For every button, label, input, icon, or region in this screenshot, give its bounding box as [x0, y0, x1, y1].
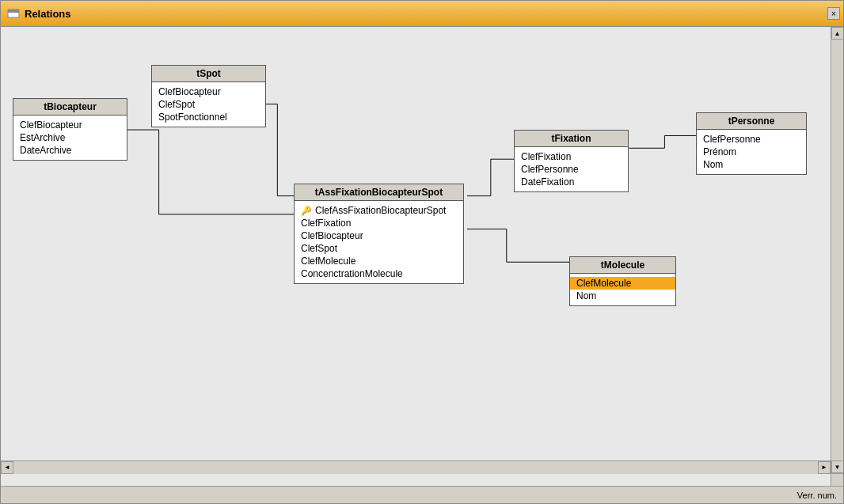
scroll-down-button[interactable]: ▼: [831, 460, 844, 473]
scrollbar-corner: [831, 473, 843, 486]
field-label: ClefPersonne: [521, 164, 579, 175]
main-window: Relations ×: [0, 0, 844, 504]
table-body-tspot: ClefBiocapteur ClefSpot SpotFonctionnel: [152, 82, 265, 127]
window-icon: [7, 7, 20, 20]
field-label: Nom: [703, 159, 723, 170]
svg-rect-1: [8, 9, 19, 13]
table-row: ClefBiocapteur: [158, 85, 259, 98]
table-tbiocapteur: tBiocapteur ClefBiocapteur EstArchive Da…: [13, 98, 127, 161]
field-label: ClefFixation: [301, 218, 351, 229]
table-row: ClefSpot: [301, 242, 457, 255]
field-label: ConcenctrationMolecule: [301, 268, 403, 279]
field-label: ClefPersonne: [703, 134, 761, 145]
table-row: ClefBiocapteur: [301, 229, 457, 242]
scroll-right-button[interactable]: ►: [818, 461, 831, 474]
table-row: ClefSpot: [158, 98, 259, 111]
table-row: DateFixation: [521, 176, 622, 188]
field-label: ClefMolecule: [576, 278, 631, 289]
table-row: ClefPersonne: [521, 163, 622, 176]
status-bar: Verr. num.: [1, 486, 843, 503]
scroll-left-button[interactable]: ◄: [1, 461, 13, 474]
field-label: ClefSpot: [301, 243, 337, 254]
table-row: ClefBiocapteur: [20, 119, 120, 131]
table-body-tpersonne: ClefPersonne Prénom Nom: [697, 130, 806, 174]
table-row: ClefFixation: [521, 150, 622, 163]
table-row: Nom: [703, 158, 800, 171]
table-tmolecule: tMolecule ClefMolecule Nom: [569, 256, 676, 306]
field-label: ClefBiocapteur: [20, 119, 82, 131]
table-row: ClefMolecule: [301, 255, 457, 267]
table-body-tbiocapteur: ClefBiocapteur EstArchive DateArchive: [13, 116, 127, 160]
field-label: ClefBiocapteur: [158, 86, 221, 97]
field-label: ClefAssFixationBiocapteurSpot: [315, 205, 446, 216]
field-label: ClefFixation: [521, 151, 571, 162]
table-header-tfixation: tFixation: [515, 131, 628, 147]
field-label: ClefMolecule: [301, 256, 355, 267]
table-row: DateArchive: [20, 144, 120, 157]
key-icon: 🔑: [301, 206, 312, 216]
table-header-tass: tAssFixationBiocapteurSpot: [295, 184, 463, 201]
table-row: EstArchive: [20, 131, 120, 144]
window-title: Relations: [25, 8, 71, 20]
table-body-tmolecule: ClefMolecule Nom: [570, 274, 675, 305]
scrollbar-horizontal: ◄ ►: [1, 460, 831, 473]
close-button[interactable]: ×: [827, 7, 840, 20]
table-header-tspot: tSpot: [152, 66, 265, 82]
table-row: Nom: [576, 290, 669, 302]
table-row: ConcenctrationMolecule: [301, 267, 457, 280]
table-header-tmolecule: tMolecule: [570, 257, 675, 274]
field-label: Nom: [576, 290, 596, 301]
scrollbar-vertical: ▲ ▼: [831, 27, 843, 473]
field-label: EstArchive: [20, 132, 65, 143]
table-row: SpotFonctionnel: [158, 111, 259, 123]
field-label: DateFixation: [521, 176, 574, 188]
table-tpersonne: tPersonne ClefPersonne Prénom Nom: [696, 112, 807, 175]
table-tass: tAssFixationBiocapteurSpot 🔑 ClefAssFixa…: [294, 184, 464, 284]
field-label: Prénom: [703, 146, 736, 157]
table-body-tfixation: ClefFixation ClefPersonne DateFixation: [515, 147, 628, 191]
field-label: ClefSpot: [158, 99, 195, 110]
table-body-tass: 🔑 ClefAssFixationBiocapteurSpot ClefFixa…: [295, 201, 463, 283]
table-row: ClefFixation: [301, 217, 457, 229]
table-header-tbiocapteur: tBiocapteur: [13, 99, 127, 116]
table-row: 🔑 ClefAssFixationBiocapteurSpot: [301, 204, 457, 217]
status-text: Verr. num.: [797, 491, 837, 500]
scroll-up-icon: ▲: [834, 30, 841, 37]
scroll-down-icon: ▼: [834, 464, 841, 471]
field-label: DateArchive: [20, 145, 71, 156]
table-tfixation: tFixation ClefFixation ClefPersonne Date…: [514, 130, 629, 192]
table-row-highlighted: ClefMolecule: [570, 277, 675, 290]
field-label: SpotFonctionnel: [158, 112, 227, 123]
diagram-content-area: tBiocapteur ClefBiocapteur EstArchive Da…: [1, 27, 843, 486]
field-label: ClefBiocapteur: [301, 230, 363, 241]
scroll-up-button[interactable]: ▲: [831, 27, 844, 40]
title-bar: Relations ×: [1, 1, 843, 27]
scroll-horizontal-track[interactable]: [13, 461, 818, 474]
scroll-vertical-track[interactable]: [831, 40, 844, 460]
table-tspot: tSpot ClefBiocapteur ClefSpot SpotFoncti…: [151, 65, 266, 127]
scroll-right-icon: ►: [821, 464, 827, 471]
table-row: Prénom: [703, 146, 800, 158]
table-row: ClefPersonne: [703, 133, 800, 146]
scroll-left-icon: ◄: [4, 464, 10, 471]
table-header-tpersonne: tPersonne: [697, 113, 806, 130]
